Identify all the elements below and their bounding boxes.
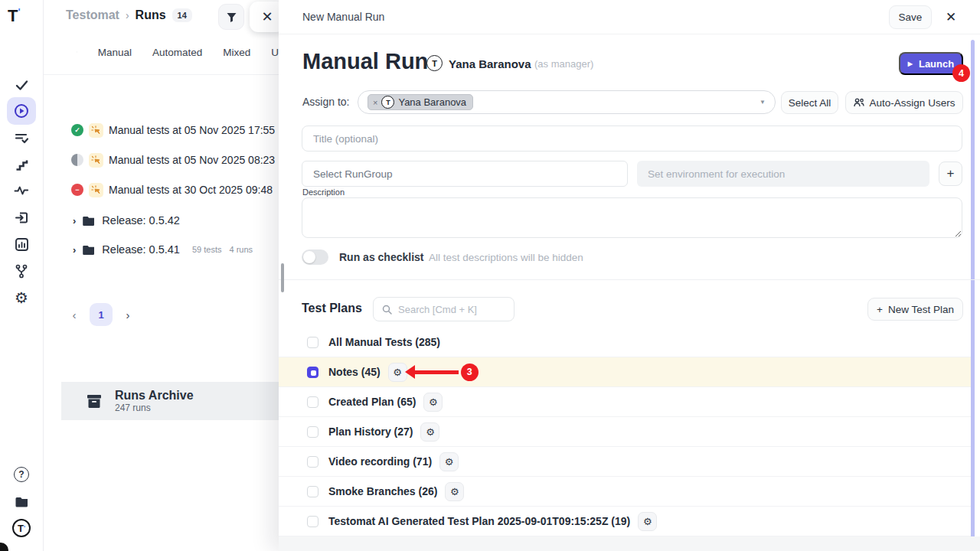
folder-name: Release: 0.5.41 bbox=[102, 243, 180, 256]
add-environment-button[interactable]: + bbox=[939, 161, 962, 186]
test-plan-row[interactable]: Testomat AI Generated Test Plan 2025-09-… bbox=[279, 507, 971, 536]
chevron-down-icon[interactable]: ▼ bbox=[760, 99, 766, 106]
test-plan-row[interactable]: Video recording (71) bbox=[279, 447, 971, 477]
assignee-chip[interactable]: × T Yana Baranova bbox=[368, 94, 473, 110]
test-plans-heading: Test Plans bbox=[302, 302, 362, 315]
plan-settings-gear-icon[interactable] bbox=[420, 422, 439, 442]
sidebar-item-import[interactable] bbox=[7, 204, 36, 231]
tab-cutoff[interactable]: U bbox=[271, 47, 279, 58]
drawer-scrollbar[interactable] bbox=[971, 40, 975, 549]
release-folder-row[interactable]: › Release: 0.5.42 bbox=[73, 212, 279, 229]
status-failed-icon: − bbox=[71, 184, 83, 196]
test-plan-row-notes[interactable]: Notes (45) 3 bbox=[279, 357, 971, 387]
sidebar-item-branches[interactable] bbox=[7, 257, 36, 285]
check-icon bbox=[15, 78, 29, 93]
assignee-combobox[interactable]: × T Yana Baranova ▼ bbox=[358, 90, 776, 114]
auto-assign-button[interactable]: Auto-Assign Users bbox=[845, 91, 963, 114]
plan-checkbox[interactable] bbox=[307, 516, 318, 527]
sidebar-item-analytics[interactable] bbox=[7, 177, 36, 204]
annotation-badge-3: 3 bbox=[461, 364, 479, 381]
new-test-plan-button[interactable]: + New Test Plan bbox=[867, 298, 963, 321]
page-number[interactable]: 1 bbox=[90, 303, 113, 326]
title-input[interactable] bbox=[302, 126, 962, 152]
testomat-logo-icon[interactable]: T' bbox=[8, 6, 21, 26]
plan-settings-gear-icon[interactable] bbox=[445, 482, 464, 501]
sidebar-item-steps[interactable] bbox=[7, 151, 36, 178]
release-folder-row[interactable]: › Release: 0.5.41 59 tests 4 runs bbox=[73, 241, 279, 258]
sidebar-item-plans[interactable] bbox=[7, 124, 36, 152]
chevron-right-icon[interactable]: › bbox=[73, 244, 76, 256]
run-list-item[interactable]: Manual tests at 05 Nov 2025 08:23 bbox=[71, 152, 279, 168]
run-list-item[interactable]: − Manual tests at 30 Oct 2025 09:48 bbox=[71, 181, 279, 198]
manual-run-icon bbox=[89, 183, 103, 197]
plan-checkbox[interactable] bbox=[307, 337, 318, 348]
chevron-right-icon[interactable]: › bbox=[73, 215, 76, 227]
new-test-plan-label: New Test Plan bbox=[888, 304, 954, 315]
sidebar-item-runs[interactable] bbox=[7, 97, 36, 125]
plan-settings-gear-icon[interactable] bbox=[423, 393, 443, 412]
plan-label: Notes (45) bbox=[328, 366, 381, 378]
sidebar-item-reports[interactable] bbox=[7, 230, 36, 258]
owner-role: (as manager) bbox=[534, 58, 593, 70]
run-type-tabs: Manual Automated Mixed U bbox=[77, 46, 279, 58]
sidebar-item-tests[interactable] bbox=[7, 71, 36, 99]
description-textarea[interactable] bbox=[302, 197, 962, 238]
projects-button[interactable] bbox=[7, 487, 36, 515]
status-passed-icon: ✓ bbox=[71, 124, 83, 136]
breadcrumb-parent[interactable]: Testomat bbox=[66, 8, 119, 22]
run-title: Manual tests at 05 Nov 2025 17:55 bbox=[109, 124, 275, 136]
test-plan-row[interactable]: Plan History (27) bbox=[279, 417, 971, 447]
play-circle-icon bbox=[14, 103, 29, 119]
plan-checkbox[interactable] bbox=[307, 456, 318, 468]
plan-label: Testomat AI Generated Test Plan 2025-09-… bbox=[328, 515, 630, 527]
test-plan-list: All Manual Tests (285) Notes (45) 3 Crea… bbox=[279, 328, 971, 536]
bar-chart-icon bbox=[15, 237, 29, 252]
plan-settings-gear-icon[interactable] bbox=[439, 452, 459, 471]
select-all-icon[interactable] bbox=[77, 46, 77, 58]
divider bbox=[279, 279, 980, 280]
select-all-button[interactable]: Select All bbox=[781, 91, 838, 114]
help-button[interactable]: ? bbox=[7, 461, 36, 488]
plan-search-box[interactable] bbox=[373, 297, 514, 321]
assignee-avatar: T bbox=[381, 96, 394, 109]
tab-mixed[interactable]: Mixed bbox=[223, 47, 250, 58]
scrollbar-thumb[interactable] bbox=[281, 263, 284, 292]
tab-automated[interactable]: Automated bbox=[152, 47, 202, 58]
plan-checkbox[interactable] bbox=[307, 426, 318, 438]
breadcrumb-current: Runs bbox=[136, 8, 166, 22]
runs-panel: Testomat › Runs 14 ✕ Manual Automated Mi… bbox=[44, 0, 279, 551]
account-button[interactable]: T' bbox=[7, 514, 36, 542]
gear-icon: ⚙ bbox=[15, 289, 28, 307]
plan-checkbox-checked[interactable] bbox=[307, 367, 318, 378]
test-plan-row[interactable]: Created Plan (65) bbox=[279, 387, 971, 417]
checklist-hint: All test descriptions will be hidden bbox=[429, 252, 583, 263]
run-title: Manual tests at 05 Nov 2025 08:23 bbox=[109, 154, 275, 166]
run-as-checklist-toggle[interactable] bbox=[302, 249, 328, 265]
plan-checkbox[interactable] bbox=[307, 486, 318, 497]
toggle-knob bbox=[303, 251, 315, 263]
test-plan-row[interactable]: Smoke Branches (26) bbox=[279, 477, 971, 507]
environment-input[interactable] bbox=[637, 161, 929, 187]
runs-archive-button[interactable]: Runs Archive 247 runs bbox=[61, 382, 279, 420]
folder-icon bbox=[82, 215, 96, 227]
plan-search-input[interactable] bbox=[398, 304, 498, 315]
next-page-icon[interactable]: › bbox=[122, 308, 133, 321]
description-label: Description bbox=[302, 187, 345, 197]
run-list-item[interactable]: ✓ Manual tests at 05 Nov 2025 17:55 bbox=[71, 122, 279, 139]
sidebar-item-settings[interactable]: ⚙ bbox=[7, 284, 36, 311]
play-icon: ▶ bbox=[908, 60, 913, 67]
manual-run-icon bbox=[89, 123, 103, 138]
archive-title: Runs Archive bbox=[115, 389, 194, 403]
tab-manual[interactable]: Manual bbox=[98, 47, 132, 58]
prev-page-icon[interactable]: ‹ bbox=[69, 308, 80, 321]
filter-button[interactable] bbox=[218, 4, 244, 30]
assignee-name: Yana Baranova bbox=[398, 96, 466, 108]
drawer-close-icon[interactable]: ✕ bbox=[946, 9, 956, 25]
test-plan-row[interactable]: All Manual Tests (285) bbox=[279, 328, 971, 357]
plan-settings-gear-icon[interactable] bbox=[638, 512, 657, 531]
rungroup-select[interactable] bbox=[302, 161, 628, 187]
remove-assignee-icon[interactable]: × bbox=[373, 98, 377, 107]
plan-checkbox[interactable] bbox=[307, 396, 318, 408]
plan-label: Video recording (71) bbox=[328, 455, 432, 468]
save-button[interactable]: Save bbox=[889, 5, 932, 29]
